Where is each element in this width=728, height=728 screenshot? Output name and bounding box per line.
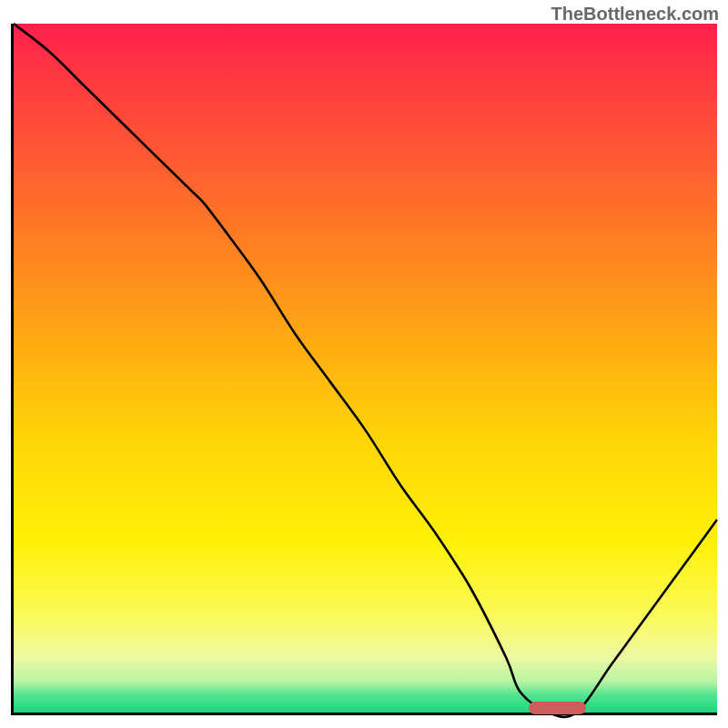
bottleneck-curve [14, 24, 717, 713]
chart-container [11, 24, 717, 715]
attribution-text: TheBottleneck.com [551, 4, 719, 25]
optimum-marker [529, 702, 585, 714]
